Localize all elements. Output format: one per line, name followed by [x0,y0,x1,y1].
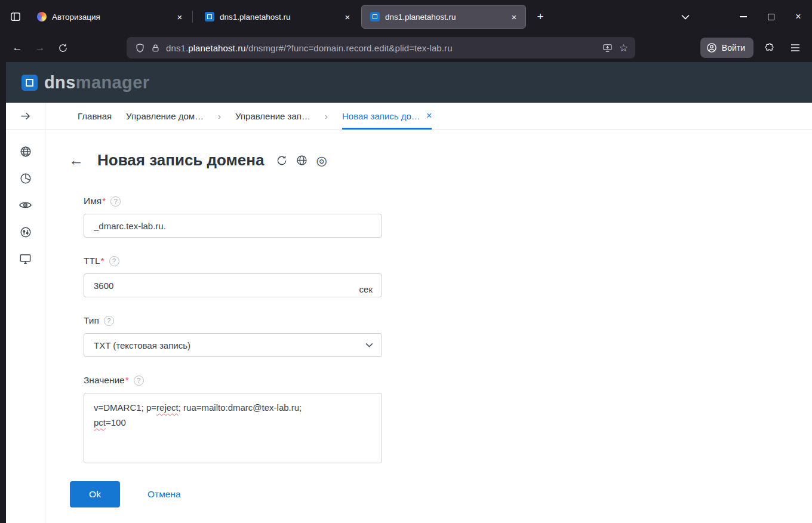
help-icon[interactable]: ? [104,316,114,326]
extensions-button[interactable] [758,38,780,58]
dnsmanager-favicon-icon [370,12,380,21]
tab-close-icon[interactable]: × [508,10,521,23]
minimize-icon [740,16,747,17]
page-back-button[interactable]: ← [69,153,84,168]
url-subdomain: dns1. [166,43,188,53]
login-label: Войти [722,43,745,53]
menu-button[interactable] [785,38,806,58]
pie-chart-icon [19,172,32,185]
refresh-icon[interactable] [276,155,288,167]
firefox-view-icon [10,11,21,23]
new-record-form: Имя* ? TTL* ? сек [84,196,382,507]
tab-title: Авторизация [52,13,168,21]
sidebar-item-settings[interactable] [6,219,45,245]
help-icon[interactable]: ? [109,256,119,266]
sidebar-expand-button[interactable] [6,103,45,130]
url-text[interactable]: dns1.planetahost.ru/dnsmgr#/?func=domain… [166,43,596,53]
globe-go-icon[interactable] [296,154,308,167]
required-mark: * [102,196,106,207]
tabstrip-right-controls: × [675,0,812,33]
logo-dns: dns [44,73,76,92]
back-button[interactable]: ← [6,38,29,58]
ttl-field-group: TTL* ? сек [84,256,382,297]
monitor-icon [19,252,32,266]
title-row: ← Новая запись домена ◎ [69,151,812,170]
dnsmanager-logo-text: dnsmanager [44,73,149,93]
name-input[interactable] [84,214,382,238]
lock-icon[interactable] [151,43,160,53]
forward-button[interactable]: → [29,38,51,58]
ok-button[interactable]: Ok [70,481,120,507]
hamburger-menu-icon [791,44,800,52]
help-icon[interactable]: ? [134,376,144,386]
list-all-tabs-button[interactable] [675,6,696,27]
tab-dns1-planetahost[interactable]: dns1.planetahost.ru × [196,5,359,29]
reload-icon [58,43,68,53]
type-select-value: TXT (текстовая запись) [94,340,190,350]
bookmark-star-icon[interactable]: ☆ [619,43,628,53]
maximize-icon [768,14,774,20]
nav-item-records-management[interactable]: Управление зап… [235,103,310,130]
url-bar[interactable]: dns1.planetahost.ru/dnsmgr#/?func=domain… [127,37,635,59]
page-title-icons: ◎ [276,154,327,167]
close-tab-icon[interactable]: × [426,111,432,121]
ttl-input[interactable] [84,273,382,297]
breadcrumb: Главная Управление дом… › Управление зап… [45,103,812,130]
tab-title: dns1.planetahost.ru [220,13,336,21]
sidebar-item-domains[interactable] [6,138,45,165]
sidebar-item-statistics[interactable] [6,165,45,192]
dnsmanager-favicon-icon [205,12,214,21]
tab-separator [192,11,193,23]
type-label: Тип ? [84,315,382,326]
account-person-icon [706,42,717,53]
sidebar-item-sessions[interactable] [6,245,45,272]
extensions-puzzle-icon [764,42,774,53]
close-window-button[interactable]: × [785,0,812,33]
nav-item-new-record[interactable]: Новая запись до… × [342,103,432,130]
required-mark: * [101,256,104,266]
sidebar-item-monitoring[interactable] [6,192,45,219]
window-controls: × [730,0,812,33]
help-icon[interactable]: ? [110,196,121,207]
value-text-misspelled: pct [94,417,106,427]
authorization-favicon-icon [37,12,47,21]
name-label: Имя* ? [84,196,382,207]
globe-icon [19,145,32,158]
firefox-account-login-button[interactable]: Войти [700,38,753,58]
type-select[interactable]: TXT (текстовая запись) [84,333,382,357]
page-viewport: dnsmanager [6,62,812,523]
target-icon[interactable]: ◎ [316,154,327,167]
tab-close-icon[interactable]: × [341,10,354,23]
cancel-link[interactable]: Отмена [147,489,181,500]
maximize-button[interactable] [757,0,785,33]
tracking-protection-shield-icon[interactable] [135,42,145,54]
url-domain: planetahost.ru [188,43,245,53]
reload-button[interactable] [51,38,74,58]
ttl-input-wrap: сек [84,273,382,297]
eye-icon [19,198,32,212]
nav-item-domain-management[interactable]: Управление дом… [126,103,204,130]
value-field-group: Значение* ? v=DMARC1; p=reject; rua=mail… [84,375,382,463]
sidebar [6,103,45,523]
tab-dns1-planetahost-active[interactable]: dns1.planetahost.ru × [361,5,526,29]
tab-authorization[interactable]: Авторизация × [29,5,191,29]
value-label: Значение* ? [84,375,382,386]
value-text-misspelled: reject [156,402,179,413]
new-tab-button[interactable]: + [530,6,551,27]
nav-item-home[interactable]: Главная [78,103,112,130]
value-text: v=DMARC1; p= [94,402,156,413]
logo-manager: manager [76,73,150,92]
save-page-icon[interactable] [602,43,613,53]
expand-arrow-icon [19,110,32,122]
breadcrumb-separator: › [218,111,221,121]
minimize-button[interactable] [730,0,757,33]
sliders-icon [19,226,32,239]
tab-close-icon[interactable]: × [173,10,186,23]
content: ← Новая запись домена ◎ [45,130,812,523]
page-title: Новая запись домена [97,151,264,170]
firefox-view-button[interactable] [5,6,26,27]
form-actions: Ok Отмена [70,481,382,507]
type-field-group: Тип ? TXT (текстовая запись) [84,315,382,357]
value-textarea[interactable]: v=DMARC1; p=reject; rua=mailto:dmarc@tex… [84,393,382,463]
required-mark: * [125,375,129,386]
